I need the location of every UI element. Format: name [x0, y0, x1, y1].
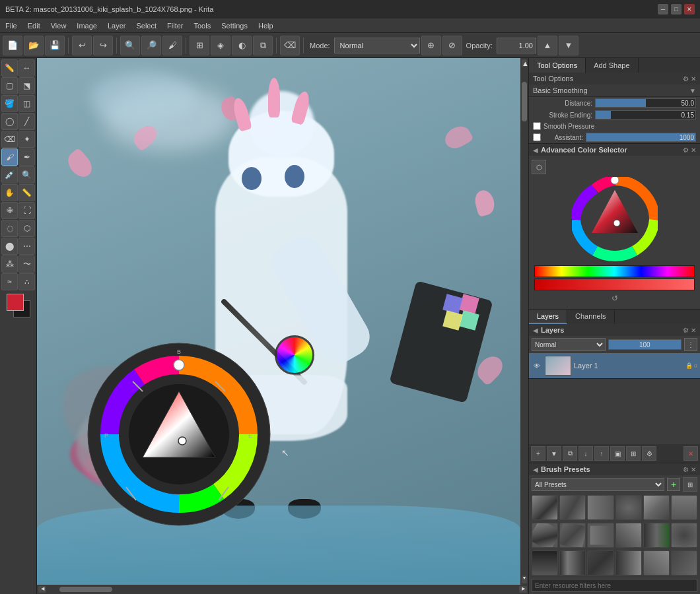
brush-item-10[interactable]	[615, 523, 642, 548]
scroll-right-arrow[interactable]: ▶	[519, 586, 527, 593]
opacity-down[interactable]: ▼	[559, 36, 578, 55]
tool-smudge[interactable]: ◌	[1, 220, 18, 237]
color-selector-config-icon[interactable]: ⚙	[683, 147, 689, 154]
color-type-button[interactable]: ⬡	[532, 160, 546, 174]
brush-item-8[interactable]	[559, 523, 586, 548]
smooth-pressure-checkbox[interactable]	[533, 122, 541, 130]
layer-opacity-slider[interactable]: 100	[608, 339, 682, 350]
brush-item-16[interactable]	[615, 550, 642, 576]
tool-fill[interactable]: 🪣	[1, 95, 18, 112]
brush-item-18[interactable]	[671, 550, 697, 576]
tool-deform[interactable]: ⬤	[1, 238, 18, 255]
tool-sketch[interactable]: 〜	[18, 255, 35, 273]
menu-image[interactable]: Image	[71, 20, 102, 31]
tool-zoom[interactable]: 🔍	[18, 166, 35, 183]
scroll-down-arrow[interactable]: ▼	[522, 576, 527, 583]
tool-transform[interactable]: ↔	[18, 59, 35, 77]
tool-select2[interactable]: ⬔	[18, 77, 35, 94]
brush-item-1[interactable]	[532, 495, 558, 520]
brush-item-6[interactable]	[671, 495, 697, 520]
tool-brush-active[interactable]: 🖌	[1, 148, 18, 166]
tab-channels[interactable]: Channels	[567, 310, 614, 324]
eraser-button[interactable]: ⌫	[280, 36, 300, 55]
vertical-scrollbar[interactable]: ▲ ▼	[520, 58, 528, 585]
menu-settings[interactable]: Settings	[216, 20, 253, 31]
tool-crop[interactable]: ⛶	[18, 202, 35, 219]
brush-presets-config-icon[interactable]: ⚙	[683, 466, 689, 473]
tool-options-config-icon[interactable]: ⚙	[683, 75, 689, 82]
add-layer-type-button[interactable]: ▼	[547, 446, 561, 461]
close-button[interactable]: ✕	[684, 4, 695, 15]
save-button[interactable]: 💾	[45, 36, 65, 55]
vscroll-thumb[interactable]	[522, 82, 527, 121]
tool-colorpicker[interactable]: 💉	[1, 166, 18, 183]
brush-button[interactable]: 🖌	[162, 36, 182, 55]
tool-multibrush[interactable]: ⁂	[1, 255, 18, 273]
redo-button[interactable]: ↪	[93, 36, 113, 55]
brush-filter-select[interactable]: All Presets	[532, 478, 664, 491]
fg-color-swatch[interactable]	[7, 294, 24, 311]
move-layer-up-button[interactable]: ↑	[594, 446, 609, 461]
horizontal-scrollbar[interactable]: ◀ ▶	[37, 585, 528, 594]
tool-options-close-icon[interactable]: ✕	[691, 75, 696, 82]
layers-close-icon[interactable]: ✕	[691, 327, 696, 334]
layer-options-button[interactable]: ⚙	[642, 446, 656, 461]
add-layer-button[interactable]: +	[531, 446, 545, 461]
assistant-checkbox[interactable]	[533, 133, 541, 141]
wrap-button[interactable]: ⧉	[253, 36, 273, 55]
tool-particles[interactable]: ⋯	[18, 238, 35, 255]
tool-freehand[interactable]: ✏️	[1, 59, 18, 77]
open-button[interactable]: 📂	[24, 36, 44, 55]
menu-tools[interactable]: Tools	[189, 20, 217, 31]
refresh-color-button[interactable]: ↺	[608, 292, 621, 305]
mirror-button[interactable]: ◐	[232, 36, 252, 55]
menu-layer[interactable]: Layer	[102, 20, 131, 31]
move-layer-down-button[interactable]: ↓	[578, 446, 593, 461]
smoothing-collapse-icon[interactable]: ▼	[689, 87, 696, 94]
brush-item-13[interactable]	[532, 550, 558, 576]
layer-visibility-button[interactable]: 👁	[532, 360, 542, 371]
undo-button[interactable]: ↩	[72, 36, 92, 55]
brush-presets-close-icon[interactable]: ✕	[691, 466, 696, 473]
ref-button[interactable]: ◈	[211, 36, 230, 55]
menu-edit[interactable]: Edit	[22, 20, 46, 31]
brush-item-17[interactable]	[643, 550, 670, 576]
color-selector-close-icon[interactable]: ✕	[691, 147, 696, 154]
brush-item-9[interactable]	[587, 523, 613, 548]
tab-tool-options[interactable]: Tool Options	[529, 58, 586, 73]
canvas-content[interactable]: ↖	[37, 58, 520, 585]
menu-file[interactable]: File	[0, 20, 22, 31]
tool-gradient[interactable]: ◫	[18, 95, 35, 112]
menu-select[interactable]: Select	[131, 20, 162, 31]
color-swatches[interactable]	[7, 294, 30, 317]
brush-item-4[interactable]	[615, 495, 642, 520]
menu-help[interactable]: Help	[253, 20, 279, 31]
tab-layers[interactable]: Layers	[529, 310, 567, 324]
mode-extra-1[interactable]: ⊕	[421, 36, 441, 55]
merge-layer-button[interactable]: ⊞	[626, 446, 641, 461]
zoom-in-button[interactable]: 🔍	[120, 36, 140, 55]
scroll-left-arrow[interactable]: ◀	[38, 586, 46, 593]
assistant-slider[interactable]: 1000	[586, 133, 696, 142]
tool-filter2[interactable]: ⬡	[18, 220, 35, 237]
delete-layer-button[interactable]: ✕	[683, 446, 698, 461]
tool-pan[interactable]: ✋	[1, 184, 18, 201]
color-display[interactable]	[534, 279, 695, 290]
distance-slider[interactable]: 50.0	[595, 98, 696, 108]
color-selector-collapse-icon[interactable]: ◀	[533, 147, 538, 154]
brush-item-15[interactable]	[587, 550, 613, 576]
tool-pen[interactable]: ✒	[18, 148, 35, 166]
brush-item-3[interactable]	[587, 495, 613, 520]
tool-eraser[interactable]: ⌫	[1, 131, 18, 148]
tool-move[interactable]: ✙	[1, 202, 18, 219]
maximize-button[interactable]: □	[671, 4, 682, 15]
hscroll-thumb[interactable]	[59, 587, 112, 592]
tool-ruler[interactable]: 📏	[18, 184, 35, 201]
opacity-up[interactable]: ▲	[538, 36, 557, 55]
tool-spray[interactable]: ∴	[18, 273, 35, 290]
scroll-up-arrow[interactable]: ▲	[522, 59, 527, 67]
resource-filter-input[interactable]	[532, 579, 697, 592]
brush-item-7[interactable]	[532, 523, 558, 548]
tool-stamp[interactable]: ✦	[18, 131, 35, 148]
stroke-ending-slider[interactable]: 0.15	[595, 110, 696, 119]
